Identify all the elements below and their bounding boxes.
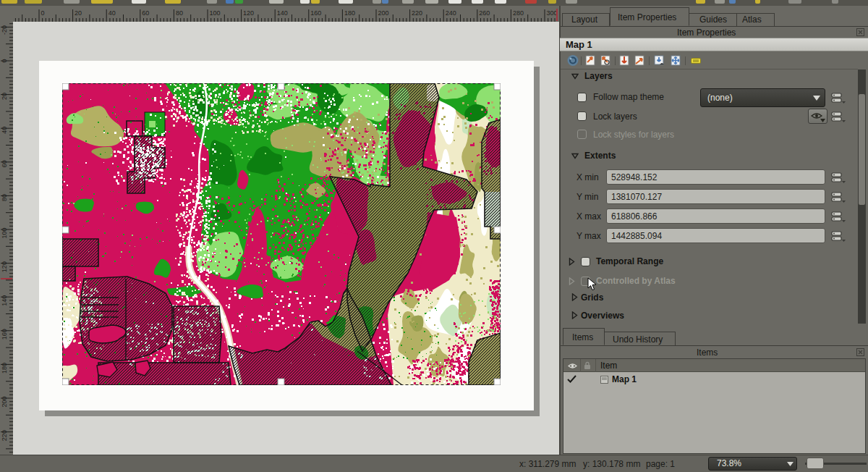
svg-text:220: 220 <box>412 9 422 17</box>
svg-text:60: 60 <box>1 160 8 167</box>
svg-text:180: 180 <box>1 363 8 374</box>
svg-text:160: 160 <box>1 329 8 340</box>
svg-text:200: 200 <box>1 397 8 408</box>
svg-text:120: 120 <box>243 9 254 17</box>
svg-text:120: 120 <box>1 261 8 272</box>
svg-text:160: 160 <box>310 9 321 17</box>
svg-text:40: 40 <box>1 127 8 134</box>
svg-text:20: 20 <box>75 9 82 17</box>
svg-text:240: 240 <box>446 9 456 17</box>
svg-text:300: 300 <box>547 9 558 17</box>
svg-text:60: 60 <box>142 9 149 17</box>
svg-text:80: 80 <box>176 9 183 17</box>
svg-text:200: 200 <box>378 9 389 17</box>
svg-text:20: 20 <box>1 93 8 100</box>
svg-text:260: 260 <box>479 9 490 17</box>
svg-text:0: 0 <box>1 59 8 63</box>
svg-text:280: 280 <box>513 9 524 17</box>
svg-text:180: 180 <box>344 9 355 17</box>
svg-text:100: 100 <box>210 9 221 17</box>
svg-text:40: 40 <box>109 9 116 17</box>
svg-text:0: 0 <box>41 9 45 17</box>
svg-text:100: 100 <box>1 228 8 239</box>
svg-text:140: 140 <box>1 295 8 306</box>
svg-text:-20: -20 <box>1 25 8 35</box>
svg-text:80: 80 <box>1 194 8 201</box>
svg-text:140: 140 <box>277 9 288 17</box>
svg-text:220: 220 <box>1 430 8 441</box>
